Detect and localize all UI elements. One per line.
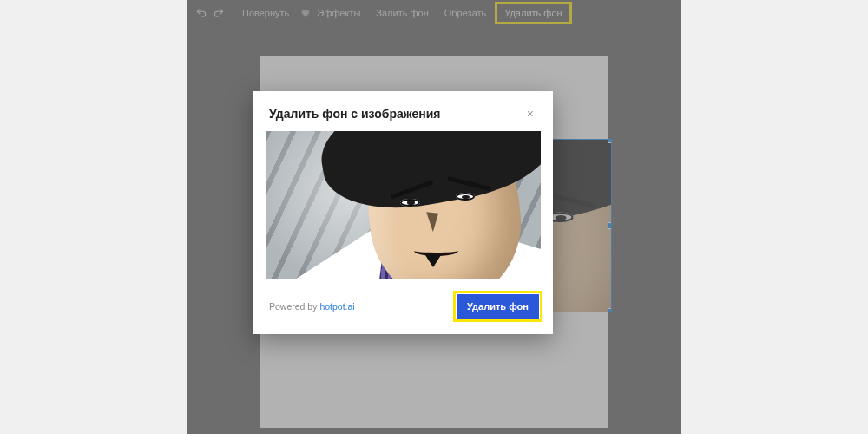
hotpot-link[interactable]: hotpot.ai: [319, 301, 354, 312]
toolbar-remove-bg[interactable]: Удалить фон: [495, 2, 571, 24]
powered-by: Powered by hotpot.ai: [269, 301, 355, 312]
toolbar-effects[interactable]: Эффекты: [315, 4, 367, 22]
toolbar-fill-bg[interactable]: Залить фон: [369, 4, 435, 22]
resize-handle[interactable]: [608, 139, 612, 143]
close-icon[interactable]: ×: [523, 105, 537, 122]
remove-bg-button[interactable]: Удалить фон: [457, 294, 539, 319]
resize-handle[interactable]: [608, 222, 612, 229]
toolbar-crop[interactable]: Обрезать: [437, 4, 494, 22]
redo-icon[interactable]: [211, 5, 227, 21]
modal-preview-image: [266, 131, 541, 279]
modal-header: Удалить фон с изображения ×: [253, 91, 553, 131]
svg-point-2: [304, 13, 308, 17]
top-toolbar: Повернуть Эффекты Залить фон Обрезать Уд…: [187, 0, 681, 26]
effects-icon: [298, 5, 313, 21]
resize-handle[interactable]: [608, 308, 612, 312]
modal-title: Удалить фон с изображения: [269, 107, 441, 121]
remove-bg-modal: Удалить фон с изображения × Powered by h…: [253, 91, 553, 334]
toolbar-rotate[interactable]: Повернуть: [235, 4, 296, 22]
undo-icon[interactable]: [194, 5, 209, 21]
modal-footer: Powered by hotpot.ai Удалить фон: [253, 279, 553, 334]
